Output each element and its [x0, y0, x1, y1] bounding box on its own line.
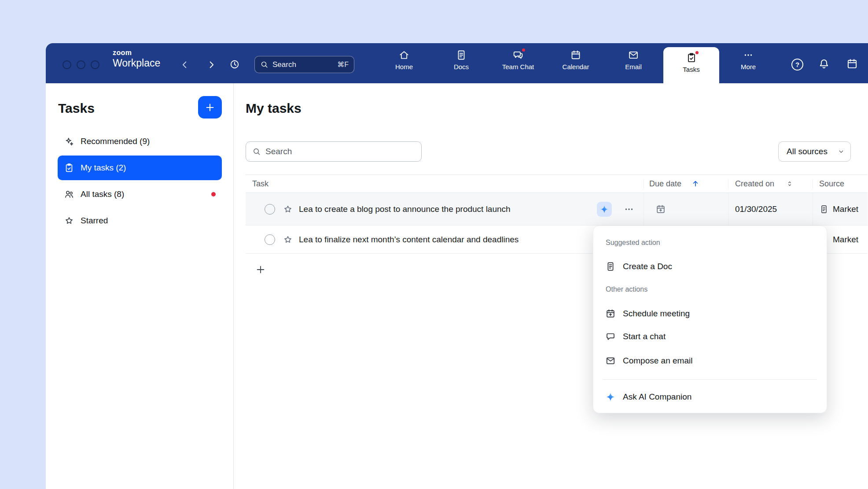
- nav-item-home[interactable]: Home: [380, 49, 428, 78]
- schedule-button[interactable]: [846, 58, 858, 70]
- menu-item-label: Schedule meeting: [623, 309, 690, 319]
- created-on-date: 01/30/2025: [735, 204, 777, 214]
- sidebar-item-label: My tasks (2): [81, 163, 126, 173]
- help-button[interactable]: ?: [791, 59, 803, 70]
- sidebar-item-recommended[interactable]: Recommended (9): [58, 129, 222, 154]
- menu-item-ask-ai-companion[interactable]: Ask AI Companion: [593, 385, 827, 408]
- menu-item-label: Create a Doc: [623, 262, 672, 271]
- nav-item-team-chat[interactable]: Team Chat: [494, 49, 542, 78]
- task-row[interactable]: Lea to create a blog post to announce th…: [246, 193, 868, 226]
- global-search[interactable]: ⌘F: [254, 56, 354, 73]
- star-icon: [64, 215, 74, 226]
- task-title: Lea to finalize next month’s content cal…: [299, 235, 519, 244]
- sidebar-title: Tasks: [58, 101, 95, 116]
- sidebar-item-label: Starred: [81, 216, 108, 226]
- history-button[interactable]: [229, 59, 240, 70]
- brand-workplace: Workplace: [113, 58, 160, 68]
- menu-item-create-doc[interactable]: Create a Doc: [593, 255, 827, 278]
- plus-icon: [255, 264, 266, 275]
- task-search-input[interactable]: [265, 147, 415, 156]
- menu-item-start-chat[interactable]: Start a chat: [593, 325, 827, 348]
- task-cell: Lea to finalize next month’s content cal…: [246, 226, 644, 253]
- search-icon: [260, 60, 268, 69]
- new-task-button[interactable]: [198, 96, 222, 119]
- created-on-cell: 01/30/2025: [728, 193, 813, 225]
- docs-icon: [456, 49, 467, 61]
- column-header-task[interactable]: Task: [246, 179, 644, 189]
- menu-item-label: Ask AI Companion: [623, 392, 691, 402]
- help-icon: ?: [795, 61, 799, 68]
- window-minimize-button[interactable]: [77, 60, 85, 69]
- search-icon: [252, 147, 261, 156]
- star-icon[interactable]: [283, 234, 293, 245]
- sidebar-item-all-tasks[interactable]: All tasks (8): [58, 182, 222, 207]
- ai-companion-button[interactable]: [597, 202, 612, 217]
- nav-label-home: Home: [395, 63, 413, 70]
- sidebar-item-label: Recommended (9): [81, 137, 150, 146]
- calendar-plus-icon: [605, 308, 616, 319]
- sources-filter-label: All sources: [787, 147, 828, 156]
- bell-icon: [818, 58, 830, 70]
- notifications-button[interactable]: [818, 58, 830, 70]
- envelope-icon: [605, 356, 616, 366]
- chevron-down-icon: [837, 148, 845, 156]
- column-header-source[interactable]: Source: [813, 179, 868, 189]
- nav-item-more[interactable]: More: [724, 49, 772, 78]
- due-date-cell: [644, 193, 728, 225]
- task-complete-checkbox[interactable]: [265, 204, 275, 215]
- my-tasks-icon: [64, 163, 74, 173]
- sidebar-item-starred[interactable]: Starred: [58, 208, 222, 233]
- ai-sparkle-icon: [600, 204, 609, 214]
- team-chat-unread-badge: [521, 48, 526, 52]
- source-cell: Market: [813, 193, 868, 225]
- nav-item-tasks-active[interactable]: Tasks: [663, 47, 719, 83]
- nav-item-email[interactable]: Email: [609, 49, 658, 78]
- team-chat-icon: [512, 49, 524, 61]
- nav-label-tasks: Tasks: [683, 66, 699, 73]
- table-header: Task Due date Created on Source: [246, 174, 868, 193]
- global-search-input[interactable]: [268, 60, 337, 69]
- tasks-sidebar: Tasks Recommended (9) My tasks (2) All t…: [46, 83, 234, 489]
- schedule-calendar-icon: [846, 58, 858, 70]
- window-zoom-button[interactable]: [91, 60, 99, 69]
- sort-ascending-icon[interactable]: [691, 179, 700, 188]
- add-due-date-icon[interactable]: [655, 204, 666, 215]
- nav-label-team-chat: Team Chat: [502, 63, 534, 70]
- column-header-due-date[interactable]: Due date: [644, 179, 728, 189]
- sort-toggle-icon[interactable]: [786, 180, 794, 188]
- ai-actions-menu: Suggested action Create a Doc Other acti…: [593, 226, 827, 413]
- nav-item-docs[interactable]: Docs: [437, 49, 485, 78]
- window-controls: [63, 60, 99, 69]
- task-search[interactable]: [246, 141, 422, 162]
- row-more-actions-button[interactable]: [623, 204, 635, 215]
- sidebar-nav: Recommended (9) My tasks (2) All tasks (…: [58, 129, 222, 235]
- doc-icon: [605, 261, 616, 272]
- menu-section-other: Other actions: [606, 285, 647, 293]
- forward-button[interactable]: [206, 59, 217, 70]
- star-icon[interactable]: [283, 204, 293, 215]
- menu-item-schedule-meeting[interactable]: Schedule meeting: [593, 302, 827, 325]
- add-task-button[interactable]: [255, 264, 266, 275]
- column-header-created-on[interactable]: Created on: [728, 179, 813, 189]
- menu-section-suggested: Suggested action: [606, 239, 660, 247]
- source-name: Market: [833, 235, 858, 244]
- sources-filter-dropdown[interactable]: All sources: [778, 141, 851, 162]
- tasks-icon: [686, 52, 697, 63]
- source-name: Market: [833, 204, 858, 214]
- more-icon: [743, 49, 754, 61]
- nav-item-calendar[interactable]: Calendar: [552, 49, 600, 78]
- back-button[interactable]: [179, 59, 191, 70]
- nav-label-more: More: [741, 63, 756, 70]
- nav-label-docs: Docs: [454, 63, 469, 70]
- sidebar-item-my-tasks[interactable]: My tasks (2): [58, 156, 222, 180]
- task-title: Lea to create a blog post to announce th…: [299, 204, 511, 214]
- window-close-button[interactable]: [63, 60, 71, 69]
- plus-icon: [204, 102, 216, 113]
- calendar-icon: [570, 49, 581, 61]
- app-window: zoom Workplace ⌘F Home Docs Team Chat Ca…: [46, 43, 868, 489]
- task-complete-checkbox[interactable]: [265, 234, 275, 245]
- menu-item-compose-email[interactable]: Compose an email: [593, 349, 827, 372]
- home-icon: [398, 49, 410, 61]
- menu-item-label: Start a chat: [623, 332, 666, 341]
- zoom-workplace-logo: zoom Workplace: [113, 49, 160, 68]
